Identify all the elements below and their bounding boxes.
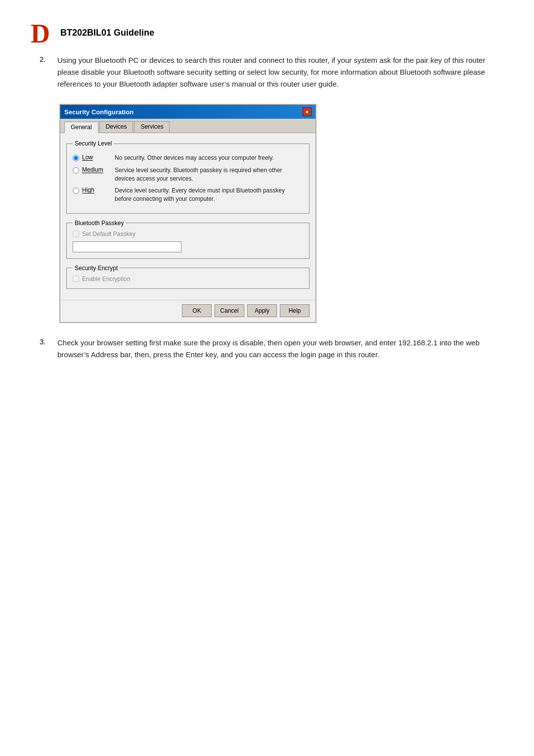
step-2-number: 2. <box>40 54 57 63</box>
dialog-tabs: General Devices Services <box>60 119 315 133</box>
step-2: 2. Using your Bluetooth PC or devices to… <box>40 54 504 90</box>
radio-medium[interactable] <box>73 167 79 174</box>
set-default-passkey-label: Set Default Passkey <box>82 231 135 237</box>
radio-high-desc: Device level security. Every device must… <box>115 187 303 203</box>
tab-devices[interactable]: Devices <box>99 121 134 133</box>
dialog-close-button[interactable]: × <box>303 107 312 116</box>
radio-medium-desc: Service level security. Bluetooth passke… <box>115 166 303 183</box>
dialog-wrapper: Security Configuration × General Devices… <box>59 104 504 323</box>
passkey-input[interactable] <box>73 241 181 252</box>
radio-row-medium: Medium Service level security. Bluetooth… <box>73 166 303 183</box>
page-header: D BT202BIL01 Guideline <box>30 20 504 46</box>
radio-low[interactable] <box>73 155 79 161</box>
passkey-checkbox-row: Set Default Passkey <box>73 231 303 237</box>
encrypt-checkbox-row: Enable Encryption <box>73 276 303 283</box>
radio-row-high: High Device level security. Every device… <box>73 187 303 203</box>
step-3: 3. Check your browser setting first make… <box>40 337 504 361</box>
radio-medium-label[interactable]: Medium <box>82 166 111 173</box>
set-default-passkey-checkbox[interactable] <box>73 231 79 237</box>
radio-low-desc: No security. Other devices may access yo… <box>115 154 274 162</box>
dialog-titlebar: Security Configuration × <box>60 105 315 119</box>
enable-encryption-label: Enable Encryption <box>82 276 130 283</box>
main-content: 2. Using your Bluetooth PC or devices to… <box>40 54 504 361</box>
cancel-button[interactable]: Cancel <box>215 304 244 317</box>
security-configuration-dialog: Security Configuration × General Devices… <box>59 104 316 323</box>
dialog-body: Security Level Low No security. Other de… <box>60 133 315 300</box>
radio-row-low: Low No security. Other devices may acces… <box>73 154 303 162</box>
tab-services[interactable]: Services <box>134 121 170 133</box>
bluetooth-passkey-fieldset: Bluetooth Passkey Set Default Passkey <box>66 220 310 259</box>
apply-button[interactable]: Apply <box>247 304 277 317</box>
dialog-title: Security Configuration <box>64 108 134 116</box>
step-3-number: 3. <box>40 337 57 346</box>
security-level-legend: Security Level <box>73 140 114 147</box>
ok-button[interactable]: OK <box>182 304 212 317</box>
logo-icon: D <box>30 20 55 46</box>
help-button[interactable]: Help <box>280 304 310 317</box>
tab-general[interactable]: General <box>64 122 98 133</box>
security-level-fieldset: Security Level Low No security. Other de… <box>66 140 310 214</box>
radio-high-label[interactable]: High <box>82 187 111 193</box>
step-2-text: Using your Bluetooth PC or devices to se… <box>57 54 504 90</box>
radio-high[interactable] <box>73 188 79 194</box>
security-encrypt-legend: Security Encrypt <box>73 265 120 272</box>
svg-text:D: D <box>31 20 50 46</box>
radio-low-label[interactable]: Low <box>82 154 111 161</box>
page-title: BT202BIL01 Guideline <box>60 28 154 38</box>
security-encrypt-fieldset: Security Encrypt Enable Encryption <box>66 265 310 289</box>
bluetooth-passkey-legend: Bluetooth Passkey <box>73 220 126 227</box>
step-3-text: Check your browser setting first make su… <box>57 337 504 361</box>
enable-encryption-checkbox[interactable] <box>73 276 79 282</box>
dialog-buttons: OK Cancel Apply Help <box>60 300 315 322</box>
